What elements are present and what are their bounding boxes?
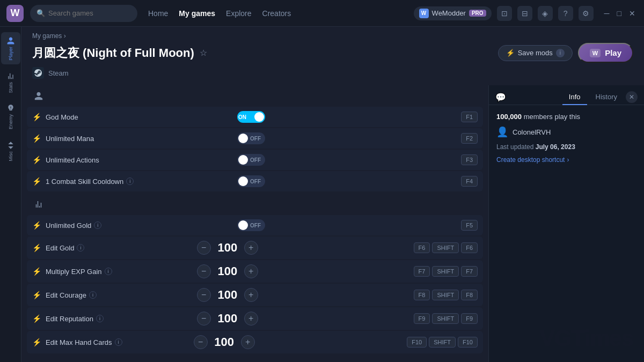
- maximize-btn[interactable]: □: [615, 8, 624, 19]
- desktop-link[interactable]: Create desktop shortcut ›: [496, 156, 636, 164]
- handcards-minus[interactable]: −: [194, 335, 208, 349]
- hotkey-f3: F3: [461, 154, 478, 165]
- user-row: 👤 ColonelRVH: [496, 126, 636, 138]
- sidebar-tab-stats[interactable]: Stats: [1, 67, 20, 99]
- info-icon-edit-gold[interactable]: i: [77, 244, 84, 252]
- tab-info[interactable]: Info: [562, 90, 587, 105]
- toggle-knob: [254, 112, 264, 122]
- exp-minus[interactable]: −: [197, 264, 211, 278]
- courage-plus[interactable]: +: [244, 288, 258, 302]
- mod-bolt-icon: ⚡: [32, 267, 41, 276]
- game-title-row: 月圆之夜 (Night of Full Moon) ☆ ⚡ Save mods …: [32, 43, 633, 63]
- right-panel-body: 100,000 members play this 👤 ColonelRVH L…: [489, 105, 644, 362]
- info-icon-courage[interactable]: i: [89, 291, 97, 299]
- toggle-knob: [238, 220, 248, 230]
- user-area: W WeModder PRO ⊡ ⊟ ◈ ? ⚙ ─ □ ✕: [414, 6, 638, 21]
- user-badge[interactable]: W WeModder PRO: [414, 6, 492, 20]
- toggle-godmode[interactable]: ON: [237, 111, 265, 123]
- info-icon-handcards[interactable]: i: [115, 338, 122, 346]
- mod-row-mana: ⚡ Unlimited Mana OFF F2: [27, 128, 483, 149]
- library-icon-btn[interactable]: ⊟: [517, 6, 532, 21]
- player-section-icon: [31, 88, 46, 104]
- info-icon-reputation[interactable]: i: [96, 315, 104, 322]
- nav-links: Home My games Explore Creators: [148, 9, 291, 18]
- breadcrumb-mygames[interactable]: My games: [32, 32, 62, 40]
- mod-name-cooldown: 1 Combat Skill Cooldown i: [46, 178, 233, 186]
- reputation-minus[interactable]: −: [197, 312, 211, 326]
- steam-icon: [32, 67, 44, 79]
- section-header-player: [27, 85, 483, 107]
- section-header-stats: [27, 194, 483, 215]
- wemodder-logo: W: [419, 9, 429, 18]
- discord-icon-btn[interactable]: ◈: [538, 6, 553, 21]
- mod-bolt-icon: ⚡: [32, 221, 41, 230]
- handcards-editor: − 100 +: [194, 335, 255, 349]
- reputation-editor: − 100 +: [197, 312, 258, 326]
- mod-bolt-icon: ⚡: [32, 243, 41, 252]
- play-button[interactable]: W Play: [578, 43, 633, 63]
- breadcrumb-separator: ›: [64, 32, 66, 40]
- bolt-icon: ⚡: [506, 49, 515, 57]
- help-icon-btn[interactable]: ?: [558, 6, 573, 21]
- mod-name-gold-unlimited: Unlimited Gold i: [46, 221, 233, 230]
- nav-creators[interactable]: Creators: [262, 9, 291, 18]
- sidebar-tab-player[interactable]: Player: [1, 32, 20, 64]
- tab-history[interactable]: History: [589, 90, 624, 105]
- members-suffix: members play this: [524, 113, 580, 121]
- exp-value: 100: [214, 264, 241, 278]
- info-icon-exp[interactable]: i: [105, 268, 112, 275]
- save-mods-button[interactable]: ⚡ Save mods i: [498, 45, 573, 61]
- info-icon-gold-unlimited[interactable]: i: [94, 221, 101, 229]
- arrow-icon: ›: [567, 156, 569, 164]
- favorite-star-icon[interactable]: ☆: [200, 48, 207, 58]
- courage-minus[interactable]: −: [197, 288, 211, 302]
- last-updated-date: July 06, 2023: [536, 143, 575, 151]
- mod-row-edit-gold: ⚡ Edit Gold i − 100 + F6: [27, 237, 483, 259]
- toggle-cooldown[interactable]: OFF: [237, 175, 265, 187]
- hotkey-shift-f8b: F8: [461, 290, 478, 300]
- hotkey-f8: F8: [414, 290, 430, 300]
- save-mods-info-icon[interactable]: i: [556, 49, 565, 57]
- mod-name-mana: Unlimited Mana: [46, 135, 233, 143]
- toggle-knob: [238, 176, 248, 186]
- update-row: Last updated July 06, 2023: [496, 143, 636, 151]
- mod-name-reputation: Edit Reputation i: [46, 315, 193, 323]
- hotkey-group-f7: F7 SHIFT F7: [414, 266, 478, 277]
- reputation-plus[interactable]: +: [244, 312, 258, 326]
- game-header: My games › 月圆之夜 (Night of Full Moon) ☆ ⚡…: [21, 27, 644, 85]
- nav-mygames[interactable]: My games: [179, 9, 215, 18]
- app-logo[interactable]: W: [6, 5, 24, 22]
- minimize-btn[interactable]: ─: [602, 8, 612, 19]
- section-player: ⚡ God Mode ON F1 ⚡ Unlimited Mana: [27, 85, 483, 191]
- info-icon-cooldown[interactable]: i: [126, 178, 134, 185]
- search-input[interactable]: [48, 9, 131, 17]
- header-actions: ⚡ Save mods i W Play: [498, 43, 633, 63]
- hotkey-f5: F5: [461, 220, 478, 231]
- sidebar-tab-misc[interactable]: Misc: [1, 135, 20, 167]
- edit-gold-minus[interactable]: −: [197, 241, 211, 255]
- stats-section-icon: [31, 197, 46, 212]
- sidebar-tab-enemy[interactable]: Enemy: [1, 101, 20, 133]
- controller-icon-btn[interactable]: ⊡: [497, 6, 512, 21]
- user-name: WeModder: [432, 9, 466, 17]
- settings-icon-btn[interactable]: ⚙: [579, 6, 594, 21]
- toggle-actions[interactable]: OFF: [237, 154, 265, 166]
- toggle-gold-unlimited[interactable]: OFF: [237, 219, 265, 231]
- handcards-plus[interactable]: +: [241, 335, 255, 349]
- edit-gold-plus[interactable]: +: [244, 241, 258, 255]
- hotkey-shift-f7: SHIFT: [432, 266, 459, 277]
- members-count: 100,000 members play this: [496, 113, 636, 121]
- search-box[interactable]: 🔍: [30, 5, 137, 22]
- mod-bolt-icon: ⚡: [32, 156, 41, 164]
- mod-bolt-icon: ⚡: [32, 314, 41, 323]
- close-btn[interactable]: ✕: [627, 8, 638, 19]
- toggle-mana[interactable]: OFF: [237, 132, 265, 144]
- nav-home[interactable]: Home: [148, 9, 168, 18]
- toggle-knob: [238, 155, 248, 165]
- main-content: Player Stats Enemy Misc My games › 月圆之夜 …: [0, 27, 644, 362]
- exp-plus[interactable]: +: [244, 264, 258, 278]
- edit-gold-value: 100: [214, 241, 241, 255]
- nav-explore[interactable]: Explore: [226, 9, 251, 18]
- handcards-value: 100: [211, 335, 238, 349]
- close-panel-button[interactable]: ✕: [626, 91, 638, 103]
